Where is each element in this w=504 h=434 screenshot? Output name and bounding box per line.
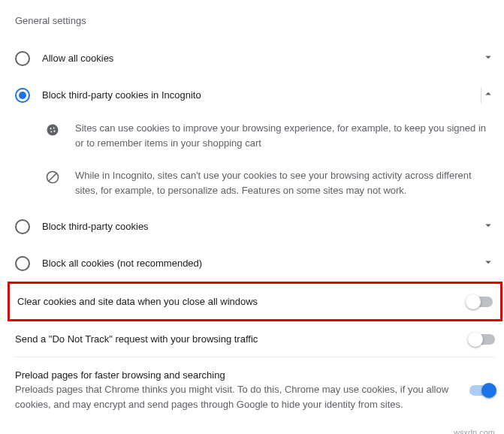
option-block-third-party[interactable]: Block third-party cookies <box>15 208 495 245</box>
toggle-preload-pages[interactable]: Preload pages for faster browsing and se… <box>15 357 495 423</box>
toggle-label: Clear cookies and site data when you clo… <box>17 296 455 307</box>
detail-text: Sites can use cookies to improve your br… <box>75 121 495 150</box>
switch-off-icon[interactable] <box>469 334 495 345</box>
highlighted-setting: Clear cookies and site data when you clo… <box>8 282 502 321</box>
radio-selected-icon <box>15 88 30 103</box>
divider <box>470 87 481 103</box>
radio-icon <box>15 219 30 234</box>
svg-point-1 <box>50 128 51 129</box>
svg-point-4 <box>53 131 55 132</box>
toggle-do-not-track[interactable]: Send a "Do Not Track" request with your … <box>15 321 495 357</box>
option-allow-all[interactable]: Allow all cookies <box>15 40 495 77</box>
detail-incognito-block: While in Incognito, sites can't use your… <box>15 161 495 208</box>
block-icon <box>45 170 60 185</box>
toggle-label: Send a "Do Not Track" request with your … <box>15 333 457 345</box>
watermark: wsxdn.com <box>15 423 495 434</box>
radio-icon <box>15 256 30 271</box>
svg-point-2 <box>53 128 55 129</box>
option-label: Block third-party cookies <box>42 221 481 232</box>
option-label: Block third-party cookies in Incognito <box>42 89 463 101</box>
option-block-third-party-incognito[interactable]: Block third-party cookies in Incognito <box>15 77 495 113</box>
chevron-down-icon <box>481 50 495 66</box>
option-label: Allow all cookies <box>42 53 481 64</box>
switch-off-icon[interactable] <box>467 297 493 307</box>
cookie-icon <box>45 122 60 137</box>
detail-cookie-use: Sites can use cookies to improve your br… <box>15 113 495 161</box>
toggle-label: Preload pages for faster browsing and se… <box>15 369 457 381</box>
radio-icon <box>15 51 30 66</box>
option-label: Block all cookies (not recommended) <box>42 258 481 269</box>
section-heading: General settings <box>15 15 495 26</box>
detail-text: While in Incognito, sites can't use your… <box>75 168 495 197</box>
option-block-all[interactable]: Block all cookies (not recommended) <box>15 245 495 282</box>
chevron-down-icon <box>481 219 495 234</box>
toggle-description: Preloads pages that Chrome thinks you mi… <box>15 382 457 411</box>
svg-point-3 <box>50 131 52 133</box>
chevron-up-icon <box>481 87 495 103</box>
switch-on-icon[interactable] <box>469 385 495 396</box>
toggle-clear-on-close[interactable]: Clear cookies and site data when you clo… <box>17 284 493 319</box>
chevron-down-icon <box>481 255 495 271</box>
svg-point-0 <box>47 125 59 136</box>
